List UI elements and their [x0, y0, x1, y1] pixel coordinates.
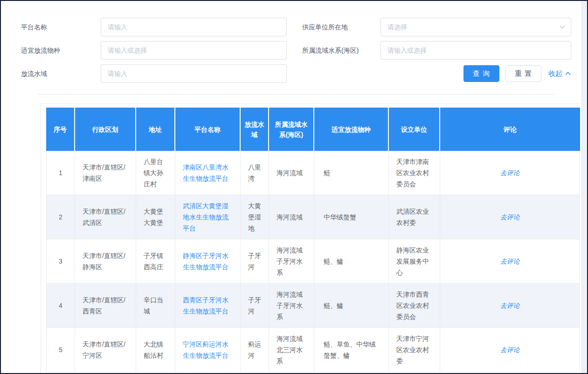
cell-index: 1	[46, 151, 75, 195]
table-row: 3 天津市/直辖区/静海区 子牙镇西高庄 静海区子牙河水生生物放流平台 子牙河 …	[46, 239, 580, 284]
cell-unit: 天津市津南区农业农村委员会	[389, 151, 440, 195]
cell-unit: 静海区农业发展服务中心	[389, 239, 440, 284]
cell-index: 2	[46, 195, 75, 239]
field-waters: 放流水域	[21, 64, 287, 83]
cell-platform: 津南区八里湾水生生物放流平台	[175, 151, 241, 195]
page: 平台名称 供应单位所在地 适宜放流物	[0, 0, 588, 374]
go-comment-link[interactable]: 去评论	[500, 302, 520, 309]
cell-comment: 去评论	[440, 195, 580, 239]
cell-comment: 去评论	[440, 284, 580, 328]
reset-button[interactable]: 重 置	[505, 65, 541, 82]
go-comment-link[interactable]: 去评论	[500, 346, 520, 354]
table-row: 5 天津市/直辖区/宁河区 大北镇船沽村 宁河区蓟运河水生生物放流平台 蓟运河 …	[46, 328, 580, 372]
form-table-divider	[38, 94, 554, 95]
field-supply-location: 供应单位所在地	[302, 18, 571, 36]
col-region: 行政区划	[75, 108, 136, 151]
cell-unit: 武清区农业农村委	[389, 195, 440, 239]
col-waters: 放流水域	[241, 108, 269, 151]
cell-region: 天津市/直辖区/西青区	[75, 284, 136, 328]
go-comment-link[interactable]: 去评论	[500, 169, 520, 177]
field-basin: 所属流域水系(海区)	[302, 41, 571, 60]
cell-basin: 海河流域子牙河水系	[269, 284, 314, 328]
cell-index: 3	[46, 239, 75, 284]
results-table-container: 序号 行政区划 地址 平台名称 放流水域 所属流域水系(海区) 适宜放流物种 设…	[41, 103, 586, 374]
cell-index: 4	[46, 284, 75, 328]
cell-basin: 海河流域	[269, 151, 314, 195]
cell-address: 子牙镇西高庄	[136, 239, 175, 284]
collapse-label: 收起	[548, 69, 562, 78]
basin-input[interactable]	[380, 41, 571, 60]
cell-comment: 去评论	[440, 328, 580, 372]
species-label: 适宜放流物种	[21, 41, 101, 60]
platform-link[interactable]: 静海区子牙河水生生物放流平台	[183, 252, 228, 271]
cell-waters: 蓟运河	[241, 328, 269, 372]
cell-platform: 西青区子牙河水生生物放流平台	[175, 284, 241, 328]
col-species: 适宜放流物种	[314, 108, 389, 151]
cell-waters: 子牙河	[241, 239, 269, 284]
cell-platform: 宁河区蓟运河水生生物放流平台	[175, 328, 241, 372]
cell-species: 鲢、鳙	[314, 284, 389, 328]
cell-comment: 去评论	[440, 151, 580, 195]
col-index: 序号	[46, 108, 75, 151]
table-header: 序号 行政区划 地址 平台名称 放流水域 所属流域水系(海区) 适宜放流物种 设…	[46, 108, 580, 151]
table-body: 1 天津市/直辖区/津南区 八里台镇大孙庄村 津南区八里湾水生生物放流平台 八里…	[46, 151, 580, 372]
chevron-up-icon	[565, 70, 571, 77]
table-row: 4 天津市/直辖区/西青区 辛口当城 西青区子牙河水生生物放流平台 子牙河 海河…	[46, 284, 580, 328]
cell-species: 鲢、草鱼、中华绒螯蟹、鳙	[314, 328, 389, 372]
cell-platform: 武清区大黄堡湿地水生生物放流平台	[175, 195, 241, 239]
cell-address: 辛口当城	[136, 284, 175, 328]
field-platform-name: 平台名称	[21, 18, 287, 36]
form-row-1: 平台名称 供应单位所在地	[21, 18, 571, 36]
platform-link[interactable]: 西青区子牙河水生生物放流平台	[183, 296, 228, 315]
cell-species: 鲢、鳙	[314, 239, 389, 284]
form-actions: 查 询 重 置 收起	[302, 64, 571, 83]
col-address: 地址	[136, 108, 175, 151]
search-button[interactable]: 查 询	[463, 65, 499, 82]
cell-waters: 八里湾	[241, 151, 269, 195]
page-scrollbar[interactable]	[581, 1, 587, 373]
cell-unit: 天津市西青区农业农村委员会	[389, 284, 440, 328]
cell-species: 中华绒螯蟹	[314, 195, 389, 239]
platform-link[interactable]: 武清区大黄堡湿地水生生物放流平台	[183, 202, 228, 232]
field-species: 适宜放流物种	[21, 41, 287, 60]
form-row-3: 放流水域 查 询 重 置 收起	[21, 64, 571, 83]
cell-platform: 静海区子牙河水生生物放流平台	[175, 239, 241, 284]
cell-region: 天津市/直辖区/津南区	[75, 151, 136, 195]
cell-address: 大北镇船沽村	[136, 328, 175, 372]
form-row-2: 适宜放流物种 所属流域水系(海区)	[21, 41, 571, 60]
basin-label: 所属流域水系(海区)	[302, 41, 380, 60]
species-input[interactable]	[101, 41, 287, 60]
supply-location-label: 供应单位所在地	[302, 18, 380, 36]
cell-index: 5	[46, 328, 75, 372]
cell-waters: 大黄堡湿地	[241, 195, 269, 239]
table-row: 1 天津市/直辖区/津南区 八里台镇大孙庄村 津南区八里湾水生生物放流平台 八里…	[46, 151, 580, 195]
platform-name-input[interactable]	[101, 18, 287, 36]
cell-basin: 海河流域子牙河水系	[269, 239, 314, 284]
cell-unit: 天津市宁河区农业农村委	[389, 328, 440, 372]
cell-basin: 海河流域	[269, 195, 314, 239]
cell-region: 天津市/直辖区/武清区	[75, 195, 136, 239]
go-comment-link[interactable]: 去评论	[500, 213, 520, 221]
collapse-link[interactable]: 收起	[548, 69, 571, 78]
cell-region: 天津市/直辖区/宁河区	[75, 328, 136, 372]
cell-basin: 海河流域北三河水系	[269, 328, 314, 372]
col-basin: 所属流域水系(海区)	[269, 108, 314, 151]
waters-input[interactable]	[101, 64, 287, 83]
cell-region: 天津市/直辖区/静海区	[75, 239, 136, 284]
main-content: 平台名称 供应单位所在地 适宜放流物	[1, 1, 587, 374]
cell-comment: 去评论	[440, 239, 580, 284]
cell-address: 大黄堡大黄堡	[136, 195, 175, 239]
col-comment: 评论	[440, 108, 580, 151]
platform-name-label: 平台名称	[21, 18, 101, 36]
go-comment-link[interactable]: 去评论	[500, 258, 520, 265]
platform-link[interactable]: 津南区八里湾水生生物放流平台	[183, 163, 228, 182]
col-unit: 设立单位	[389, 108, 440, 151]
search-form: 平台名称 供应单位所在地 适宜放流物	[21, 18, 571, 83]
results-table: 序号 行政区划 地址 平台名称 放流水域 所属流域水系(海区) 适宜放流物种 设…	[46, 108, 580, 372]
supply-location-select[interactable]	[380, 18, 571, 36]
table-row: 2 天津市/直辖区/武清区 大黄堡大黄堡 武清区大黄堡湿地水生生物放流平台 大黄…	[46, 195, 580, 239]
cell-waters: 子牙河	[241, 284, 269, 328]
waters-label: 放流水域	[21, 64, 101, 83]
platform-link[interactable]: 宁河区蓟运河水生生物放流平台	[183, 340, 228, 359]
cell-species: 鲢	[314, 151, 389, 195]
